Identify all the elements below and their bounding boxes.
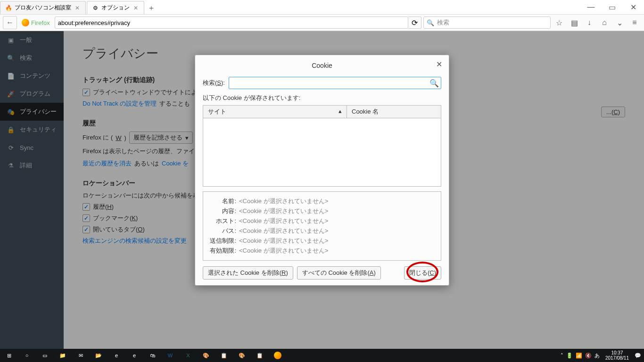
app-icon[interactable]: 📋 — [215, 349, 233, 362]
tab-favicon: 🔥 — [5, 5, 12, 11]
home-icon[interactable]: ⌂ — [598, 16, 611, 29]
search-icon[interactable]: 🔍 — [428, 77, 441, 89]
clock[interactable]: 10:37 2017/08/11 — [603, 350, 632, 361]
wifi-icon[interactable]: 📶 — [576, 353, 582, 359]
col-cookie-name[interactable]: Cookie 名 — [347, 106, 441, 118]
app-icon-2[interactable]: 🎨 — [233, 349, 251, 362]
search-icon: 🔍 — [7, 54, 15, 62]
sidebar-item-general[interactable]: ▣一般 — [0, 31, 64, 49]
start-button[interactable]: ⊞ — [0, 349, 18, 362]
volume-icon[interactable]: 🔇 — [585, 353, 592, 359]
library-icon[interactable]: ▤ — [568, 16, 581, 29]
identity-label: Firefox — [31, 19, 50, 26]
ime-indicator[interactable]: あ — [594, 352, 600, 359]
detail-path-value: <Cookie が選択されていません> — [239, 227, 328, 235]
tab-inactive[interactable]: 🔥 プロ友パソコン相談室 ✕ — [0, 1, 86, 14]
loc-tabs-checkbox[interactable] — [83, 226, 90, 233]
dialog-close-button[interactable]: ✕ — [435, 60, 443, 68]
search-engine-settings-link[interactable]: 検索エンジンの検索候補の設定を変更 — [83, 237, 187, 245]
tab-strip: 🔥 プロ友パソコン相談室 ✕ ⚙ オプション ✕ ＋ — [0, 0, 580, 14]
mail-icon[interactable]: ✉ — [72, 349, 90, 362]
search-box[interactable]: 🔍 検索 — [423, 16, 551, 29]
word-icon[interactable]: W — [161, 349, 179, 362]
sidebar-item-search[interactable]: 🔍検索 — [0, 49, 64, 67]
mask-icon: 🎭 — [7, 107, 15, 116]
explorer-icon[interactable]: 📁 — [54, 349, 72, 362]
sidebar-item-privacy[interactable]: 🎭プライバシー — [0, 103, 64, 121]
cookie-table-body[interactable] — [203, 118, 441, 187]
stored-note: 以下の Cookie が保存されています: — [203, 94, 441, 102]
chevron-down-icon: ▾ — [185, 134, 189, 141]
loc-bookmark-checkbox[interactable] — [83, 214, 90, 222]
detail-send-label: 送信制限: — [208, 237, 236, 245]
general-icon: ▣ — [7, 36, 15, 44]
window-controls: — ▭ ✕ — [580, 0, 644, 14]
sidebar-item-security[interactable]: 🔒セキュリティ — [0, 121, 64, 139]
close-button[interactable]: ✕ — [623, 0, 644, 14]
sidebar-item-advanced[interactable]: ⚗詳細 — [0, 156, 64, 174]
menu-icon[interactable]: ≡ — [628, 16, 641, 29]
pocket-icon[interactable]: ⌄ — [613, 16, 626, 29]
lock-icon: 🔒 — [7, 125, 15, 134]
app-icon-3[interactable]: 📋 — [251, 349, 269, 362]
sidebar-item-applications[interactable]: 🚀プログラム — [0, 85, 64, 103]
cookie-search-input[interactable] — [229, 77, 428, 89]
clear-history-link[interactable]: 最近の履歴を消去 — [83, 159, 132, 168]
cookie-link[interactable]: Cookie を — [162, 159, 189, 168]
sidebar-item-label: プログラム — [20, 90, 50, 98]
taskview-icon[interactable]: ▭ — [36, 349, 54, 362]
remove-selected-button[interactable]: 選択された Cookie を削除(R) — [203, 266, 293, 280]
sidebar-item-label: セキュリティ — [20, 125, 57, 134]
downloads-icon[interactable]: ↓ — [583, 16, 596, 29]
detail-expires-value: <Cookie が選択されていません> — [239, 247, 328, 255]
change-blocklist-button[interactable]: ...(C) — [601, 107, 625, 117]
paint-icon[interactable]: 🎨 — [197, 349, 215, 362]
battery-icon[interactable]: 🔋 — [566, 353, 573, 359]
bookmark-star-icon[interactable]: ☆ — [553, 16, 566, 29]
url-input[interactable] — [55, 16, 408, 29]
detail-name-value: <Cookie が選択されていません> — [239, 197, 328, 206]
detail-expires-label: 有効期限: — [208, 247, 236, 255]
tray-chevron-icon[interactable]: ˄ — [561, 353, 563, 359]
cookie-dialog: Cookie ✕ 検索(S): 🔍 以下の Cookie が保存されています: … — [195, 55, 449, 286]
edge-icon[interactable]: e — [107, 349, 125, 362]
detail-host-value: <Cookie が選択されていません> — [239, 217, 328, 225]
store-icon[interactable]: 🛍 — [143, 349, 161, 362]
cookie-table-header: サイト▴ Cookie 名 — [203, 105, 441, 118]
maximize-button[interactable]: ▭ — [602, 0, 623, 14]
close-icon[interactable]: ✕ — [74, 5, 81, 11]
back-button[interactable]: ← — [3, 16, 17, 29]
ie-icon[interactable]: e — [125, 349, 143, 362]
close-icon[interactable]: ✕ — [132, 5, 139, 11]
preferences-sidebar: ▣一般 🔍検索 📄コンテンツ 🚀プログラム 🎭プライバシー 🔒セキュリティ ⟳S… — [0, 31, 64, 349]
tab-title: プロ友パソコン相談室 — [15, 4, 71, 12]
folder-icon[interactable]: 📂 — [90, 349, 107, 362]
sidebar-item-sync[interactable]: ⟳Sync — [0, 139, 64, 156]
loc-history-checkbox[interactable] — [83, 203, 90, 211]
reload-button[interactable]: ⟳ — [408, 16, 421, 29]
sidebar-item-content[interactable]: 📄コンテンツ — [0, 67, 64, 85]
cookie-detail-box: 名前:<Cookie が選択されていません> 内容:<Cookie が選択されて… — [203, 191, 441, 261]
history-mode-dropdown[interactable]: 履歴を記憶させる▾ — [129, 132, 193, 144]
tab-title: オプション — [101, 4, 130, 12]
tracking-checkbox[interactable] — [83, 89, 90, 96]
identity-box[interactable]: Firefox — [19, 19, 53, 26]
firefox-icon — [22, 19, 29, 26]
tab-active[interactable]: ⚙ オプション ✕ — [87, 1, 144, 14]
dialog-title: Cookie — [203, 62, 441, 74]
col-site[interactable]: サイト▴ — [203, 106, 347, 118]
minimize-button[interactable]: — — [580, 0, 602, 14]
excel-icon[interactable]: X — [179, 349, 197, 362]
dnt-link[interactable]: Do Not Track の設定を管理 — [83, 99, 157, 108]
close-button[interactable]: 閉じる(C) — [404, 266, 441, 280]
remove-all-button[interactable]: すべての Cookie を削除(A) — [297, 266, 381, 280]
new-tab-button[interactable]: ＋ — [145, 2, 157, 14]
detail-host-label: ホスト: — [208, 217, 236, 225]
search-label: 検索(S): — [203, 79, 225, 87]
firefox-taskbar-icon[interactable] — [269, 349, 287, 362]
toolbar: ← Firefox ⟳ 🔍 検索 ☆ ▤ ↓ ⌂ ⌄ ≡ — [0, 14, 644, 31]
action-center-icon[interactable]: 💬 — [635, 353, 641, 359]
cortana-icon[interactable]: ○ — [18, 349, 36, 362]
sidebar-item-label: プライバシー — [20, 107, 57, 116]
search-input-wrap: 🔍 — [229, 77, 441, 89]
